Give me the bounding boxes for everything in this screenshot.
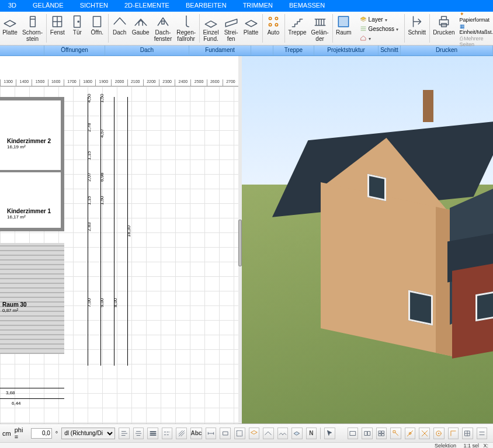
storey-icon [360,25,367,33]
btn-grid-toggle[interactable] [462,428,473,439]
btn-hatch[interactable] [176,428,187,439]
svg-point-7 [275,17,277,19]
dim-v9: 18,30 [126,225,131,237]
tool-oeffnung[interactable]: Öffn. [87,12,107,45]
einheit-button[interactable]: ▦ Einheit/Maßst. [460,23,493,35]
svg-rect-15 [237,430,242,436]
btn-multi-roof[interactable] [277,428,289,439]
tool-platte[interactable]: Platte [0,12,20,45]
btn-more[interactable] [477,428,488,439]
tool-schnitt[interactable]: Schnitt [405,12,428,45]
dim-col-3 [114,97,114,366]
tool-auto[interactable]: Auto [263,12,283,45]
menu-3d[interactable]: 3D [0,0,25,12]
tool-tuer[interactable]: Tür [67,12,87,45]
tool-dachfenster[interactable]: Dach- fenster [152,12,175,45]
dim-v2: 4,57 [99,129,105,138]
door-icon [70,14,85,29]
plan-view[interactable]: 130014001500 160017001800 190020002100 2… [0,56,238,423]
btn-lines-dash[interactable] [162,428,173,439]
group-blank2 [251,46,273,55]
house-model [300,97,493,360]
svg-point-8 [269,23,271,26]
menu-2d[interactable]: 2D-ELEMENTE [116,0,178,12]
menu-gelaende[interactable]: GELÄNDE [25,0,72,12]
tool-schornstein[interactable]: Schorn- stein [20,12,45,45]
dim-line-bot1 [0,388,64,388]
dim-v7: 1,50 [99,196,105,205]
dim-v13: 4,50 [86,93,92,103]
btn-snap-mid[interactable] [405,428,416,439]
tool-streifen[interactable]: Strei- fen [221,12,241,45]
btn-view-quad[interactable] [376,428,387,439]
dim-v8: 2,83 [86,222,92,231]
geschoss-dropdown[interactable]: Geschoss [357,25,401,34]
3d-view[interactable] [242,56,493,423]
btn-align-left[interactable] [119,428,130,439]
dim-bot2: 6,44 [12,401,21,406]
chimney-icon [25,14,40,29]
skylight-icon [155,14,171,29]
workspace: 130014001500 160017001800 190020002100 2… [0,56,493,423]
bottom-toolbar: cm phi = ° dl (Richtung/Di Abc N [0,423,493,442]
tool-fenster[interactable]: Fenst [47,12,67,45]
btn-view-single[interactable] [348,428,359,439]
tool-raum[interactable]: Raum [334,12,354,45]
group-fundament: Fundament [189,46,251,55]
btn-view-split[interactable] [362,428,373,439]
tool-regenfallrohr[interactable]: Regen- fallrohr [174,12,198,45]
tool-dach[interactable]: Dach [110,12,130,45]
btn-cursor[interactable] [324,428,335,439]
btn-roof-toggle[interactable] [263,428,274,439]
btn-select[interactable] [234,428,245,439]
dim-v11: 7,00 [86,298,92,307]
group-drucken: Drucken [401,46,493,55]
railing-icon [313,14,328,29]
svg-rect-22 [382,433,384,436]
svg-point-26 [439,433,439,433]
foundation-strip-icon [224,14,239,29]
btn-north[interactable]: N [306,428,317,439]
dim-v3: 1,15 [86,151,92,160]
building-dropdown[interactable] [357,34,401,43]
svg-rect-14 [223,432,228,435]
btn-snap-ctr[interactable] [433,428,445,439]
btn-transparency[interactable] [291,428,303,439]
dim-v12: 8,00 [113,298,118,307]
opening-icon [89,14,105,29]
print-options: ✦ Papierformat ▦ Einheit/Maßst. ⎙ Mehrer… [457,12,493,45]
dim-v1: 2,78 [86,123,92,132]
ruler: 130014001500 160017001800 190020002100 2… [0,79,238,86]
svg-rect-19 [379,430,381,433]
tool-gaube[interactable]: Gaube [130,12,152,45]
btn-dim[interactable] [206,428,217,439]
downpipe-icon [179,14,194,29]
menu-trimmen[interactable]: TRIMMEN [235,0,281,12]
tool-drucken[interactable]: Drucken [430,12,457,45]
svg-point-3 [78,21,79,22]
menu-sichten[interactable]: SICHTEN [72,0,116,12]
dim-line-bot2 [0,398,64,399]
layer-dropdown[interactable]: Layer [357,15,401,25]
tool-gelaender[interactable]: Gelän- der [309,12,331,45]
chimney [423,90,433,122]
btn-snap-int[interactable] [419,428,430,439]
btn-lines-thick[interactable] [147,428,158,439]
btn-align-center[interactable] [133,428,144,439]
phi-input[interactable] [31,428,52,439]
menu-bemassen[interactable]: BEMASSEN [281,0,333,12]
tool-einzelfund[interactable]: Einzel Fund. [200,12,221,45]
btn-rect[interactable] [220,428,231,439]
menu-bearbeiten[interactable]: BEARBEITEN [178,0,235,12]
btn-layer-vis[interactable] [249,428,260,439]
tool-platte2[interactable]: Platte [241,12,261,45]
mode-select[interactable]: dl (Richtung/Di [61,428,115,439]
foundation-slab-icon [244,14,259,29]
btn-snap-end[interactable] [390,428,401,439]
btn-text[interactable]: Abc [190,428,202,439]
papierformat-button[interactable]: ✦ Papierformat [460,11,493,23]
room-30: Raum 300,87 m² [2,301,27,313]
btn-snap-perp[interactable] [448,428,459,439]
tool-treppe[interactable]: Treppe [286,12,308,45]
dim-v5: 6,98 [99,172,105,182]
